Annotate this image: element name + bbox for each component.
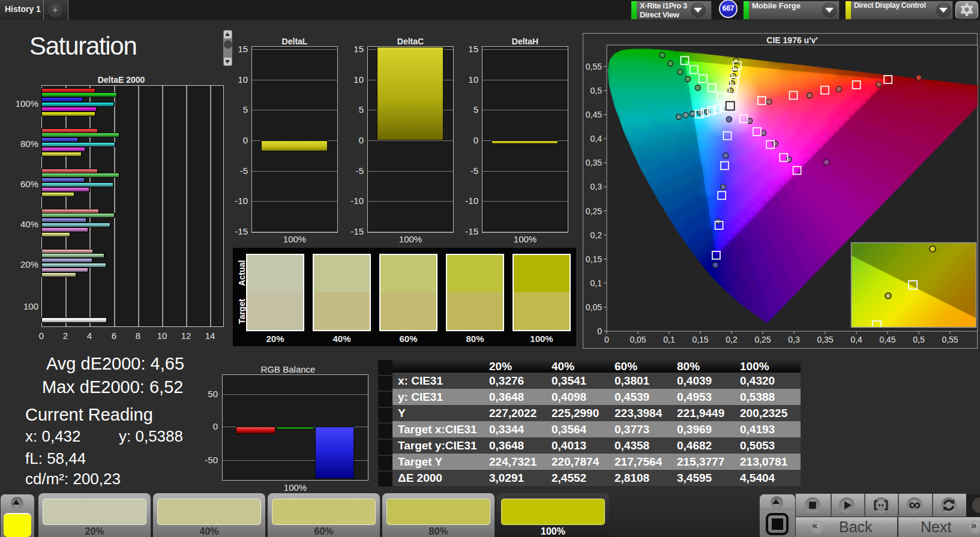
svg-text:0,45: 0,45	[879, 335, 895, 344]
svg-text:0,1: 0,1	[663, 335, 675, 344]
svg-text:0,3: 0,3	[591, 182, 603, 191]
svg-text:0,15: 0,15	[586, 254, 602, 264]
svg-text:0,35: 0,35	[817, 335, 833, 344]
svg-text:0,45: 0,45	[586, 110, 602, 119]
svg-text:0,25: 0,25	[754, 335, 771, 344]
svg-text:0,35: 0,35	[586, 158, 602, 167]
svg-text:0,55: 0,55	[586, 62, 602, 71]
svg-text:0,05: 0,05	[586, 302, 602, 312]
svg-text:0,25: 0,25	[586, 206, 602, 216]
svg-text:0,2: 0,2	[591, 230, 603, 240]
svg-text:0,15: 0,15	[692, 335, 708, 344]
svg-text:0,4: 0,4	[591, 134, 603, 143]
svg-text:0,5: 0,5	[913, 335, 925, 344]
svg-text:0,3: 0,3	[788, 335, 800, 344]
svg-text:0,05: 0,05	[630, 335, 646, 344]
svg-text:0,2: 0,2	[726, 335, 738, 344]
svg-text:0,4: 0,4	[850, 335, 862, 344]
svg-text:CIE 1976 u'v': CIE 1976 u'v'	[766, 35, 817, 45]
svg-text:0,55: 0,55	[942, 335, 958, 344]
svg-text:0,5: 0,5	[591, 86, 603, 95]
svg-text:0: 0	[604, 335, 609, 344]
svg-text:0,1: 0,1	[591, 278, 603, 288]
svg-text:0: 0	[597, 326, 602, 336]
